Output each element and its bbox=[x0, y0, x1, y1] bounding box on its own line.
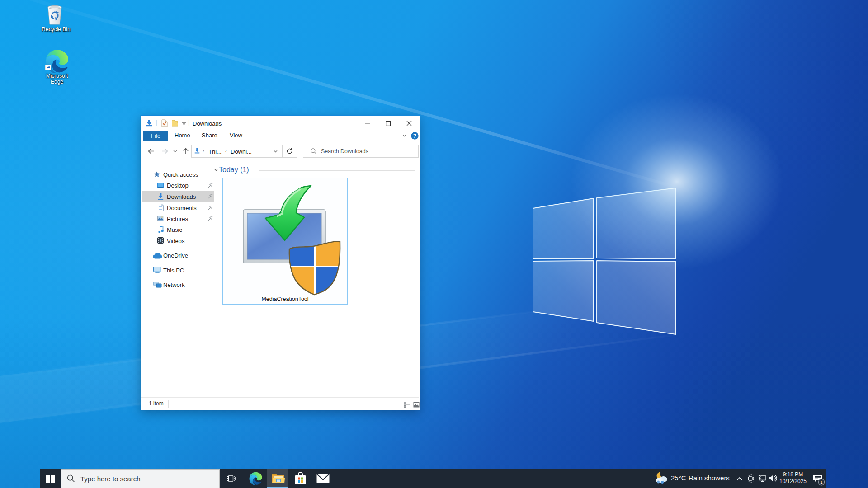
svg-text:?: ? bbox=[413, 133, 416, 139]
svg-text:1: 1 bbox=[820, 480, 822, 485]
